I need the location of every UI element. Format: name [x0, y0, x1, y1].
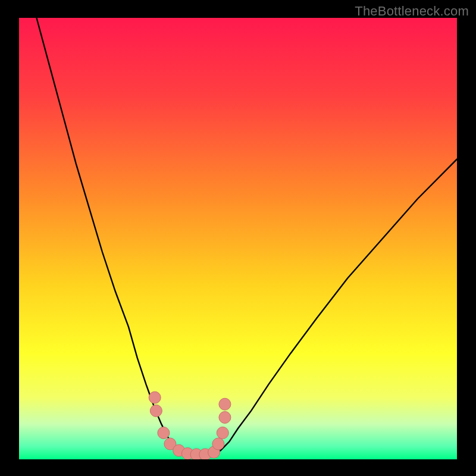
- outer-frame: TheBottleneck.com: [0, 0, 476, 476]
- data-marker: [158, 427, 170, 439]
- data-marker: [217, 427, 228, 439]
- data-marker: [219, 412, 231, 424]
- plot-area: [19, 18, 457, 459]
- watermark-text: TheBottleneck.com: [355, 4, 469, 19]
- data-marker: [212, 438, 224, 450]
- data-marker: [219, 398, 231, 410]
- data-marker: [149, 392, 161, 403]
- bottleneck-curve: [36, 18, 457, 455]
- data-marker: [150, 405, 162, 416]
- chart-svg: [19, 18, 457, 459]
